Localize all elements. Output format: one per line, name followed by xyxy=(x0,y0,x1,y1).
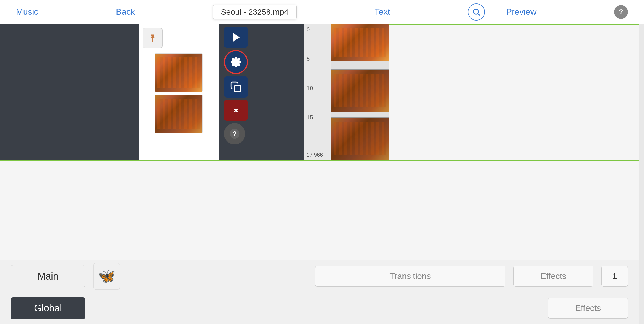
popup-menu: ? xyxy=(224,27,644,144)
svg-line-1 xyxy=(478,14,480,15)
main-content: ? 0 5 10 15 17.966 xyxy=(0,24,639,260)
help-button[interactable]: ? xyxy=(614,5,628,19)
file-title: Seoul - 23258.mp4 xyxy=(213,5,297,19)
svg-marker-2 xyxy=(233,33,240,42)
number-button[interactable]: 1 xyxy=(601,266,628,287)
search-button[interactable] xyxy=(468,3,485,21)
back-button[interactable]: Back xyxy=(116,7,135,17)
music-button[interactable]: Music xyxy=(16,7,38,17)
copy-button[interactable] xyxy=(224,76,248,98)
pin-button-area[interactable] xyxy=(143,28,163,48)
effects-button-2[interactable]: Effects xyxy=(548,298,628,319)
top-nav: Music Back Seoul - 23258.mp4 Text Previe… xyxy=(0,0,644,24)
green-line-bottom xyxy=(0,160,639,161)
effects-button-1[interactable]: Effects xyxy=(513,266,593,287)
dark-panel-left xyxy=(0,24,139,160)
ruler-mark-17: 17.966 xyxy=(307,152,323,158)
thumbnail-bottom xyxy=(155,95,203,133)
svg-point-0 xyxy=(473,9,478,14)
bottom-row-2: Global Effects xyxy=(0,292,639,324)
bottom-row-1: Main 🦋 Transitions Effects 1 xyxy=(0,260,639,292)
white-middle-section xyxy=(139,24,219,160)
svg-text:?: ? xyxy=(232,130,237,137)
transitions-button[interactable]: Transitions xyxy=(315,266,505,287)
delete-button[interactable] xyxy=(224,100,248,121)
text-button[interactable]: Text xyxy=(375,7,390,17)
global-button[interactable]: Global xyxy=(11,297,85,319)
play-button[interactable] xyxy=(224,27,248,48)
settings-button[interactable] xyxy=(224,50,248,74)
thumbnail-top xyxy=(155,53,203,92)
popup-help-button[interactable]: ? xyxy=(224,123,245,144)
pin-button[interactable] xyxy=(143,28,163,48)
svg-rect-3 xyxy=(235,86,241,92)
preview-button[interactable]: Preview xyxy=(506,7,537,17)
main-button[interactable]: Main xyxy=(11,265,85,287)
butterfly-button[interactable]: 🦋 xyxy=(93,263,120,290)
